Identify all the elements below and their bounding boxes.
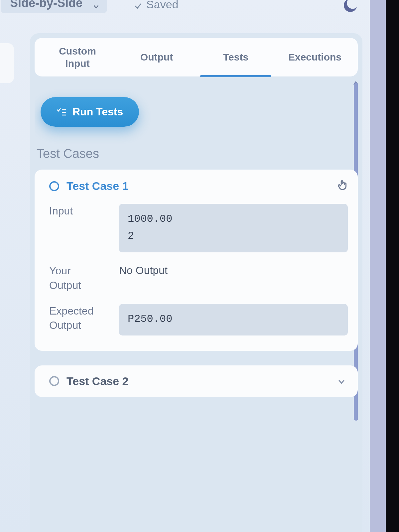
pointer-cursor-icon — [336, 179, 349, 192]
tab-label: Custom Input — [59, 45, 96, 70]
section-title: Test Cases — [37, 147, 358, 161]
expected-output-label: Expected Output — [49, 304, 109, 332]
your-output-label: Your Output — [49, 264, 109, 292]
screen-bezel — [386, 0, 399, 532]
test-case-card[interactable]: Test Case 1 Input 1000.00 2 Your Output … — [35, 170, 358, 351]
moon-icon[interactable] — [340, 0, 359, 15]
run-tests-button[interactable]: Run Tests — [41, 97, 139, 127]
results-panel: Custom Input Output Tests Executions — [30, 33, 362, 532]
input-value: 1000.00 2 — [119, 204, 348, 252]
your-output-value: No Output — [119, 264, 348, 277]
test-case-header[interactable]: Test Case 1 — [49, 180, 348, 193]
right-gutter — [370, 0, 386, 532]
tab-tests[interactable]: Tests — [196, 38, 275, 76]
view-mode-dropdown[interactable]: Side-by-Side — [1, 0, 107, 13]
check-icon — [134, 0, 142, 9]
test-case-card[interactable]: Test Case 2 — [35, 365, 358, 397]
test-case-title: Test Case 2 — [66, 375, 128, 388]
input-label: Input — [49, 204, 109, 218]
test-case-header[interactable]: Test Case 2 — [49, 375, 348, 388]
run-tests-label: Run Tests — [72, 106, 123, 118]
left-panel-edge — [0, 43, 14, 83]
saved-label: Saved — [146, 0, 178, 11]
tests-content: Run Tests Test Cases Test Case 1 Input 1… — [35, 81, 358, 532]
status-circle-icon — [49, 376, 59, 386]
status-circle-icon — [49, 181, 59, 191]
tab-label: Executions — [288, 51, 341, 64]
tab-custom-input[interactable]: Custom Input — [38, 38, 117, 76]
tabs-bar: Custom Input Output Tests Executions — [35, 38, 358, 76]
input-row: Input 1000.00 2 — [49, 204, 348, 252]
view-mode-label: Side-by-Side — [10, 0, 82, 10]
checklist-icon — [57, 107, 66, 117]
tab-label: Tests — [223, 51, 248, 64]
expected-output-row: Expected Output P250.00 — [49, 304, 348, 335]
tab-executions[interactable]: Executions — [275, 38, 354, 76]
expected-output-value: P250.00 — [119, 304, 348, 335]
saved-status: Saved — [134, 0, 178, 11]
tab-label: Output — [140, 51, 173, 64]
tab-output[interactable]: Output — [117, 38, 196, 76]
chevron-down-icon[interactable] — [337, 377, 346, 386]
your-output-row: Your Output No Output — [49, 264, 348, 292]
test-case-title: Test Case 1 — [66, 180, 128, 193]
chevron-down-icon — [92, 0, 100, 7]
topbar: Side-by-Side Saved — [0, 0, 399, 20]
